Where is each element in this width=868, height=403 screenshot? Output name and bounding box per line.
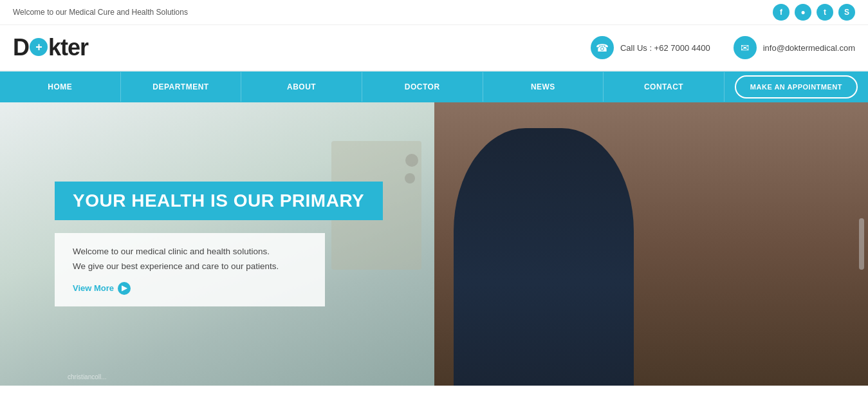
hero-watermark: christiancoll... bbox=[68, 373, 107, 380]
instagram-icon[interactable]: ● bbox=[795, 4, 811, 21]
facebook-icon[interactable]: f bbox=[773, 4, 790, 21]
skype-icon[interactable]: S bbox=[838, 4, 855, 21]
scrollbar[interactable] bbox=[859, 218, 864, 270]
nav-item-contact[interactable]: CONTACT bbox=[604, 72, 725, 102]
nav-item-doctor[interactable]: DOCTOR bbox=[362, 72, 483, 102]
top-bar: Welcome to our Medical Cure and Health S… bbox=[0, 0, 868, 25]
hero-section: YOUR HEALTH IS OUR PRIMARY Welcome to ou… bbox=[0, 102, 868, 386]
social-icons-container: f ● t S bbox=[773, 4, 855, 21]
phone-contact: ☎ Call Us : +62 7000 4400 bbox=[591, 36, 710, 59]
view-more-arrow-icon: ▶ bbox=[118, 282, 131, 295]
make-appointment-button[interactable]: MAKE AN APPOINTMENT bbox=[735, 75, 858, 98]
nav-item-about[interactable]: ABOUT bbox=[241, 72, 362, 102]
hero-content: YOUR HEALTH IS OUR PRIMARY Welcome to ou… bbox=[0, 102, 868, 386]
twitter-icon[interactable]: t bbox=[817, 4, 833, 21]
hero-headline: YOUR HEALTH IS OUR PRIMARY bbox=[73, 191, 365, 211]
header-contacts: ☎ Call Us : +62 7000 4400 ✉ info@dokterm… bbox=[591, 36, 855, 59]
main-nav: HOME DEPARTMENT ABOUT DOCTOR NEWS CONTAC… bbox=[0, 71, 868, 102]
welcome-text: Welcome to our Medical Cure and Health S… bbox=[13, 8, 188, 17]
phone-icon: ☎ bbox=[591, 36, 614, 59]
logo-cross-icon: + bbox=[30, 38, 48, 56]
hero-description: Welcome to our medical clinic and health… bbox=[73, 245, 307, 274]
email-label: info@doktermedical.com bbox=[763, 43, 855, 53]
hero-text-box: Welcome to our medical clinic and health… bbox=[55, 233, 325, 306]
nav-item-news[interactable]: NEWS bbox=[483, 72, 604, 102]
email-icon: ✉ bbox=[734, 36, 757, 59]
view-more-link[interactable]: View More ▶ bbox=[73, 282, 307, 295]
email-contact: ✉ info@doktermedical.com bbox=[734, 36, 855, 59]
view-more-label: View More bbox=[73, 283, 114, 293]
logo-text-d: D bbox=[13, 34, 29, 61]
logo[interactable]: D + kter bbox=[13, 34, 88, 61]
logo-text-rest: kter bbox=[48, 34, 88, 61]
phone-label: Call Us : +62 7000 4400 bbox=[620, 43, 710, 53]
nav-item-home[interactable]: HOME bbox=[0, 72, 121, 102]
hero-headline-box: YOUR HEALTH IS OUR PRIMARY bbox=[55, 182, 383, 220]
header: D + kter ☎ Call Us : +62 7000 4400 ✉ inf… bbox=[0, 25, 868, 71]
nav-item-department[interactable]: DEPARTMENT bbox=[121, 72, 242, 102]
